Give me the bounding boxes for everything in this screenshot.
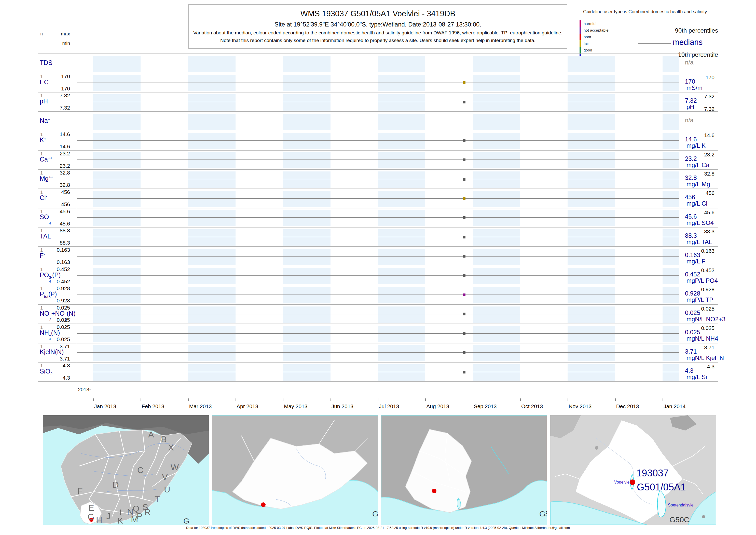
x-axis-tick xyxy=(473,398,473,401)
month-band xyxy=(568,268,615,284)
row-min-value: 23.2 xyxy=(47,163,70,169)
month-band xyxy=(568,191,615,207)
x-axis-month-label: Jul 2013 xyxy=(379,403,399,409)
month-band xyxy=(93,210,141,226)
month-band xyxy=(188,306,235,323)
month-band xyxy=(662,56,679,72)
month-band xyxy=(473,306,520,323)
row-boundary-line xyxy=(38,246,718,247)
median-line xyxy=(77,102,679,102)
month-band xyxy=(283,268,330,284)
site-number-label: 193037 xyxy=(636,468,669,478)
data-point xyxy=(463,332,466,335)
month-band xyxy=(473,133,520,149)
row-median-value: 7.32 xyxy=(685,97,697,104)
month-band xyxy=(378,249,425,265)
month-band xyxy=(662,171,679,188)
x-axis-month-label: Dec 2013 xyxy=(616,403,639,409)
parameter-label: Cl- xyxy=(40,194,47,202)
row-boundary-line xyxy=(38,362,718,362)
row-unit-label: mg/L F xyxy=(687,258,705,265)
row-min-value: 32.8 xyxy=(47,182,70,188)
guideline-class-label: not acceptable xyxy=(583,28,608,32)
guideline-class-swatch xyxy=(580,34,581,40)
month-band xyxy=(188,364,235,380)
parameter-label: Ptot(P) xyxy=(40,291,57,299)
median-line-sample xyxy=(638,43,671,44)
guideline-user-type-label: Guideline user type is Combined domestic… xyxy=(583,9,707,14)
data-point xyxy=(463,371,466,374)
drainage-region-letter: C xyxy=(137,465,144,475)
median-line xyxy=(77,83,679,83)
month-band xyxy=(188,114,235,130)
month-band xyxy=(378,326,425,342)
parameter-label: pH xyxy=(40,98,48,105)
month-band xyxy=(568,171,615,188)
parameter-label: SO=4 xyxy=(40,213,51,225)
month-band xyxy=(568,210,615,226)
month-band xyxy=(93,326,141,342)
row-boundary-line xyxy=(38,343,718,343)
axis-start-label: 2013- xyxy=(78,387,91,393)
month-band xyxy=(93,171,141,188)
drainage-region-letter: K xyxy=(118,516,123,525)
x-axis-tick xyxy=(662,398,663,401)
row-boundary-line xyxy=(38,73,718,73)
month-band xyxy=(378,210,425,226)
guideline-class-swatch xyxy=(580,47,581,53)
month-band xyxy=(378,229,425,245)
month-band xyxy=(568,75,615,92)
month-band xyxy=(473,249,520,265)
map-south-africa-drainage-regions: ABXWCVUDTFEQSLNRPMKJHG G xyxy=(43,415,209,525)
month-band xyxy=(93,56,141,72)
month-band xyxy=(568,345,615,361)
parameter-label: F- xyxy=(40,252,45,259)
month-band xyxy=(662,306,679,323)
parameter-label: KjelN(N) xyxy=(40,348,64,356)
x-axis-month-label: Sep 2013 xyxy=(474,403,497,409)
month-band xyxy=(662,152,679,169)
drainage-region-letter: U xyxy=(164,485,170,494)
stats-header-max: max xyxy=(50,31,70,37)
data-point xyxy=(463,294,466,296)
month-band xyxy=(662,364,679,380)
row-unit-label: mg/L TAL xyxy=(687,239,712,245)
month-band xyxy=(473,152,520,169)
map-quaternary-g50c: 193037 G501/05A1 VogelvleiSoetendalsvlei… xyxy=(550,415,716,525)
drainage-region-letter: X xyxy=(168,442,174,452)
row-boundary-line xyxy=(38,131,718,131)
row-median-value: 0.163 xyxy=(685,251,700,259)
median-line xyxy=(77,333,679,334)
month-band xyxy=(93,287,141,303)
month-band xyxy=(662,114,679,130)
drainage-region-letter: H xyxy=(96,515,102,525)
month-band xyxy=(93,191,141,207)
row-boundary-line xyxy=(38,381,718,382)
row-min-value: 170 xyxy=(47,86,70,92)
month-band xyxy=(473,94,520,111)
month-band xyxy=(473,75,520,92)
row-boundary-line xyxy=(38,169,718,170)
row-min-value: 7.32 xyxy=(47,105,70,111)
row-na-label: n/a xyxy=(685,117,693,124)
guideline-class-label: fair xyxy=(583,41,589,45)
medians-label: medians xyxy=(673,38,703,47)
month-band xyxy=(662,249,679,265)
parameter-label: Ca++ xyxy=(40,155,52,163)
row-unit-label: mg/L Cl xyxy=(687,200,707,207)
drainage-region-letter: G xyxy=(88,512,94,521)
map-panel-label-g: G xyxy=(183,517,189,525)
site-subtitle: Site at 19°52'39.9"E 34°40'00.0"S, type:… xyxy=(189,21,567,28)
row-median-value: 0.452 xyxy=(685,271,700,278)
month-band xyxy=(188,133,235,149)
x-axis-month-label: Mar 2013 xyxy=(189,403,212,409)
drainage-region-letter: M xyxy=(131,514,138,524)
month-band xyxy=(473,171,520,188)
month-band xyxy=(283,94,330,111)
data-point xyxy=(463,255,466,258)
median-line xyxy=(77,179,679,179)
month-band xyxy=(283,56,330,72)
map-panel-label-g50: G50 xyxy=(539,510,547,518)
median-line xyxy=(77,256,679,257)
month-band xyxy=(662,191,679,207)
